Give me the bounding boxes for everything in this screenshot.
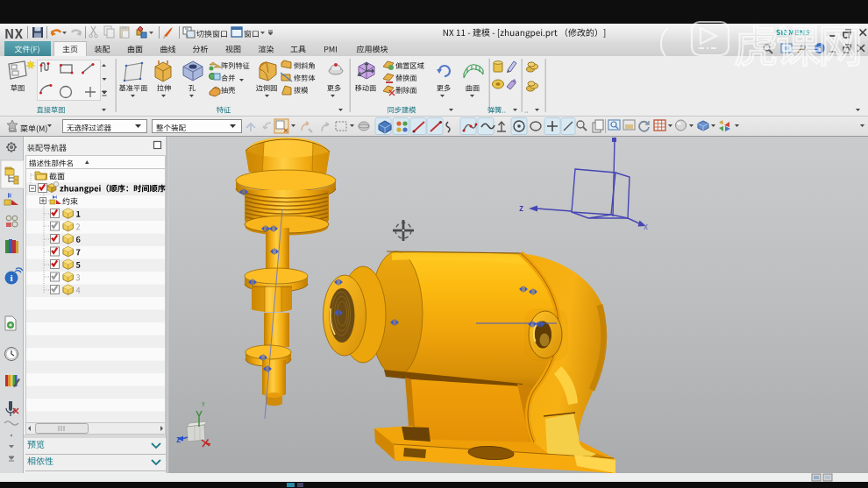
svg-text:i: i bbox=[10, 272, 12, 283]
